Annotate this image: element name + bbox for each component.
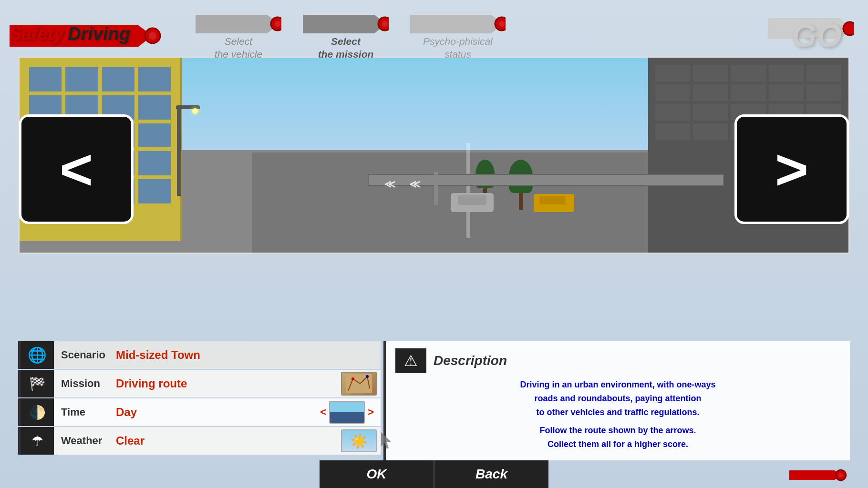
description-title: Description: [434, 353, 507, 368]
desc-header: ⚠ Description: [395, 348, 840, 373]
top-navigation: Safety Driving Selectthe vehicle Selectt…: [0, 0, 868, 71]
weather-row: ☂ Weather Clear ☀️: [18, 427, 381, 455]
time-icon: 🌓: [29, 405, 46, 420]
brand-section: Safety Driving: [10, 20, 162, 51]
svg-marker-17: [381, 432, 391, 449]
svg-marker-3: [196, 15, 279, 33]
step2-arrow: [303, 11, 389, 37]
flag-icon: 🏁: [29, 376, 46, 392]
cursor-arrow: [379, 432, 393, 451]
weather-thumb: ☀️: [341, 429, 377, 452]
mission-map-thumb: [341, 372, 377, 396]
svg-point-8: [382, 21, 388, 27]
bottom-buttons: OK Back: [320, 460, 548, 488]
warning-icon-box: ⚠: [395, 348, 426, 373]
overpass-pillar: [434, 172, 438, 205]
scenario-row: 🌐 Scenario Mid-sized Town: [18, 341, 381, 369]
prev-arrow-icon: <: [60, 141, 93, 198]
time-thumb: [329, 401, 365, 424]
step2-label: Selectthe mission: [318, 35, 374, 61]
weather-value: Clear: [111, 434, 341, 447]
ok-button[interactable]: OK: [320, 460, 434, 488]
time-icon-box: 🌓: [21, 398, 54, 426]
road-arrow1: ≪: [384, 178, 395, 191]
overpass: [368, 174, 724, 186]
svg-point-16: [366, 375, 369, 378]
mission-label: Mission: [54, 377, 111, 390]
scene-viewport: ≪ ≪: [18, 56, 850, 254]
svg-marker-18: [789, 470, 842, 480]
time-row: 🌓 Time Day < >: [18, 398, 381, 426]
warning-icon: ⚠: [404, 352, 418, 370]
car1: [451, 193, 494, 212]
next-button[interactable]: >: [734, 114, 849, 224]
svg-point-13: [843, 22, 854, 35]
scenario-icon-box: 🌐: [21, 341, 54, 369]
desc-line3: to other vehicles and traffic regulation…: [395, 406, 840, 419]
back-button[interactable]: Back: [434, 460, 548, 488]
next-arrow-icon: >: [775, 141, 808, 198]
svg-point-2: [149, 32, 156, 40]
street-lamp: [177, 105, 181, 196]
desc-line1: Driving in an urban environment, with on…: [395, 378, 840, 392]
driving-label: Driving: [68, 24, 130, 44]
bottom-right-indicator: [789, 468, 847, 482]
info-left: 🌐 Scenario Mid-sized Town 🏁 Mission Driv…: [18, 341, 381, 460]
nav-step-mission[interactable]: Selectthe mission: [303, 11, 389, 61]
svg-point-20: [838, 473, 843, 478]
scenario-value: Mid-sized Town: [111, 348, 381, 362]
info-panel: 🌐 Scenario Mid-sized Town 🏁 Mission Driv…: [18, 341, 850, 460]
step1-label: Selectthe vehicle: [215, 35, 262, 61]
desc-line2: roads and roundabouts, paying attention: [395, 392, 840, 406]
scenario-label: Scenario: [54, 349, 111, 361]
weather-icon: ☂: [31, 433, 43, 449]
svg-marker-9: [410, 15, 503, 33]
globe-icon: 🌐: [28, 346, 47, 364]
go-section[interactable]: GO: [768, 14, 854, 45]
description-body: Driving in an urban environment, with on…: [395, 378, 840, 451]
mission-icon-box: 🏁: [21, 370, 54, 397]
time-value: Day: [111, 406, 317, 419]
svg-point-5: [275, 21, 280, 27]
safety-label: Safety: [10, 24, 64, 44]
step1-arrow: [196, 11, 281, 37]
weather-icon-box: ☂: [21, 427, 54, 455]
car2: [534, 194, 574, 212]
road-arrow2: ≪: [409, 178, 420, 191]
desc-line4: Follow the route shown by the arrows.: [395, 424, 840, 437]
mission-value: Driving route: [111, 377, 341, 390]
nav-step-vehicle[interactable]: Selectthe vehicle: [196, 11, 281, 61]
step3-label: Psycho-phisicalstatus: [423, 35, 493, 61]
time-next-btn[interactable]: >: [365, 406, 377, 418]
time-label: Time: [54, 406, 111, 418]
prev-button[interactable]: <: [19, 114, 134, 224]
step3-arrow: [410, 11, 506, 37]
weather-label: Weather: [54, 435, 111, 447]
go-label[interactable]: GO: [791, 17, 842, 54]
desc-line5: Collect them all for a higher score.: [395, 437, 840, 451]
time-prev-btn[interactable]: <: [317, 406, 329, 418]
time-controls[interactable]: < >: [317, 401, 377, 424]
nav-step-psycho[interactable]: Psycho-phisicalstatus: [410, 11, 506, 61]
description-panel: ⚠ Description Driving in an urban enviro…: [383, 341, 850, 460]
svg-marker-6: [303, 15, 386, 33]
svg-point-15: [351, 377, 354, 380]
mission-row: 🏁 Mission Driving route: [18, 370, 381, 397]
svg-point-11: [499, 21, 505, 27]
